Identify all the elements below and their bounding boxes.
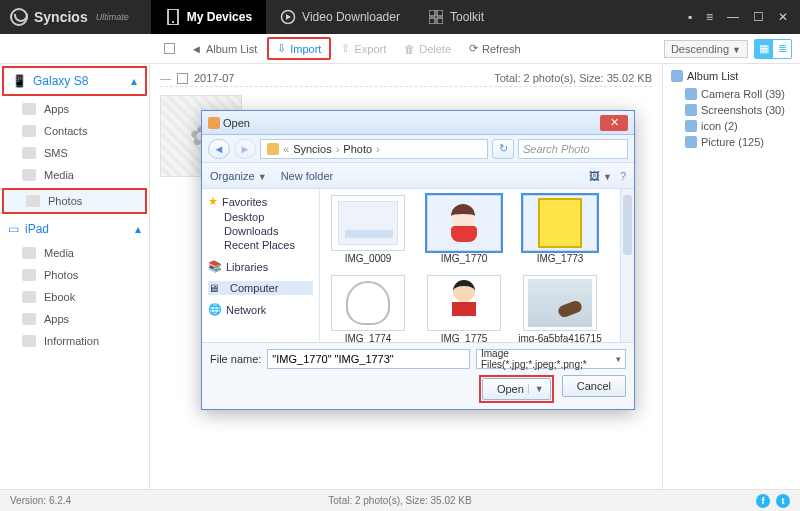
refresh-button[interactable]: ⟳Refresh <box>461 39 529 58</box>
syncios-icon <box>10 8 28 26</box>
tab-label: My Devices <box>187 10 252 24</box>
import-button[interactable]: ⇩Import <box>267 37 331 60</box>
status-summary: Total: 2 photo(s), Size: 35.02 KB <box>328 495 471 506</box>
sort-label: Descending <box>671 43 729 55</box>
sidebar-item-media-2[interactable]: Media <box>0 242 149 264</box>
status-bar: Version: 6.2.4 Total: 2 photo(s), Size: … <box>0 489 800 511</box>
libraries-icon: 📚 <box>208 260 222 273</box>
album-label: icon (2) <box>701 120 738 132</box>
social-links: f t <box>756 494 790 508</box>
scroll-thumb[interactable] <box>623 195 632 255</box>
info-icon <box>22 335 36 347</box>
breadcrumb[interactable]: « Syncios› Photo› <box>260 139 488 159</box>
close-icon[interactable]: ✕ <box>778 10 788 24</box>
trash-icon: 🗑 <box>404 43 415 55</box>
menu-icon[interactable]: ≡ <box>706 10 713 24</box>
export-icon: ⇧ <box>341 42 350 55</box>
filename-input[interactable] <box>267 349 470 369</box>
dialog-close-button[interactable]: ✕ <box>600 115 628 131</box>
window-icon <box>208 117 220 129</box>
libraries-group[interactable]: 📚Libraries <box>208 260 313 273</box>
refresh-label: Refresh <box>482 43 521 55</box>
chevron-up-icon: ▴ <box>131 74 137 88</box>
file-item[interactable]: img-6a5bfa4167158077b1a6b9f7d327f26f(1) <box>518 275 602 343</box>
view-list-button[interactable]: ≣ <box>773 40 791 58</box>
file-item[interactable]: IMG_0009 <box>326 195 410 265</box>
select-all-checkbox[interactable] <box>164 43 175 54</box>
sidebar-item-information[interactable]: Information <box>0 330 149 352</box>
sidebar-item-apps-2[interactable]: Apps <box>0 308 149 330</box>
file-item[interactable]: IMG_1775 <box>422 275 506 343</box>
sidebar-item-ebook[interactable]: Ebook <box>0 286 149 308</box>
device-name: iPad <box>25 222 49 236</box>
node-label: Photos <box>44 269 78 281</box>
collapse-arrow-icon[interactable]: — <box>160 72 171 84</box>
search-input[interactable]: Search Photo <box>518 139 628 159</box>
album-picture[interactable]: Picture (125) <box>671 134 792 150</box>
file-item[interactable]: IMG_1770 <box>422 195 506 265</box>
vertical-scrollbar[interactable] <box>620 189 634 342</box>
delete-button[interactable]: 🗑Delete <box>396 40 459 58</box>
sidebar-item-photos-2[interactable]: Photos <box>0 264 149 286</box>
maximize-icon[interactable]: ☐ <box>753 10 764 24</box>
organize-menu[interactable]: Organize ▼ <box>210 170 267 182</box>
refresh-nav-button[interactable]: ↻ <box>492 139 514 159</box>
view-grid-button[interactable]: ▦ <box>755 40 773 58</box>
sidebar-item-contacts[interactable]: Contacts <box>0 120 149 142</box>
view-mode-button[interactable]: 🖼 ▼ <box>589 170 612 182</box>
split-chevron-icon[interactable]: ▼ <box>528 384 544 394</box>
group-label: Favorites <box>222 196 267 208</box>
export-button[interactable]: ⇧Export <box>333 39 394 58</box>
open-button[interactable]: Open▼ <box>482 378 551 400</box>
twitter-icon[interactable]: t <box>776 494 790 508</box>
folder-icon <box>267 143 279 155</box>
crumb-2[interactable]: Photo <box>343 143 372 155</box>
list-view-icon: ≣ <box>778 42 787 55</box>
file-item[interactable]: IMG_1773 <box>518 195 602 265</box>
sidebar-item-apps[interactable]: Apps <box>0 98 149 120</box>
tab-label: Toolkit <box>450 10 484 24</box>
svg-rect-4 <box>437 10 443 16</box>
sort-dropdown[interactable]: Descending ▼ <box>664 40 748 58</box>
file-thumbnail <box>331 275 405 331</box>
node-label: Apps <box>44 313 69 325</box>
device-galaxy-s8[interactable]: 📱 Galaxy S8 ▴ <box>2 66 147 96</box>
tab-my-devices[interactable]: My Devices <box>151 0 266 34</box>
nav-desktop[interactable]: Desktop <box>208 210 313 224</box>
nav-forward-button[interactable]: ► <box>234 139 256 159</box>
album-camera-roll[interactable]: Camera Roll (39) <box>671 86 792 102</box>
facebook-icon[interactable]: f <box>756 494 770 508</box>
computer-group[interactable]: 🖥 Computer <box>208 281 313 295</box>
crumb-1[interactable]: Syncios <box>293 143 332 155</box>
search-placeholder: Search Photo <box>523 143 590 155</box>
group-checkbox[interactable] <box>177 73 188 84</box>
album-label: Camera Roll (39) <box>701 88 785 100</box>
grid-icon <box>428 9 444 25</box>
favorites-group[interactable]: ★Favorites <box>208 195 313 208</box>
notification-icon[interactable]: ▪ <box>688 10 692 24</box>
sidebar-item-sms[interactable]: SMS <box>0 142 149 164</box>
album-screenshots[interactable]: Screenshots (30) <box>671 102 792 118</box>
new-folder-button[interactable]: New folder <box>281 170 334 182</box>
photos-icon <box>26 195 40 207</box>
nav-recent-places[interactable]: Recent Places <box>208 238 313 252</box>
cancel-button[interactable]: Cancel <box>562 375 626 397</box>
sort-controls: Descending ▼ ▦ ≣ <box>664 39 792 59</box>
sidebar-item-media[interactable]: Media <box>0 164 149 186</box>
album-label: Screenshots (30) <box>701 104 785 116</box>
network-group[interactable]: 🌐Network <box>208 303 313 316</box>
album-icon[interactable]: icon (2) <box>671 118 792 134</box>
dialog-titlebar[interactable]: Open ✕ <box>202 111 634 135</box>
nav-downloads[interactable]: Downloads <box>208 224 313 238</box>
help-button[interactable]: ? <box>620 170 626 182</box>
file-name: IMG_1770 <box>441 253 488 265</box>
device-ipad[interactable]: ▭ iPad ▴ <box>0 216 149 242</box>
file-item[interactable]: IMG_1774 <box>326 275 410 343</box>
file-filter-dropdown[interactable]: Image Files(*.jpg;*.jpeg;*.png;*▾ <box>476 349 626 369</box>
tab-toolkit[interactable]: Toolkit <box>414 0 498 34</box>
tab-video-downloader[interactable]: Video Downloader <box>266 0 414 34</box>
sidebar-item-photos[interactable]: Photos <box>2 188 147 214</box>
album-list-button[interactable]: ◄Album List <box>183 40 265 58</box>
minimize-icon[interactable]: — <box>727 10 739 24</box>
nav-back-button[interactable]: ◄ <box>208 139 230 159</box>
